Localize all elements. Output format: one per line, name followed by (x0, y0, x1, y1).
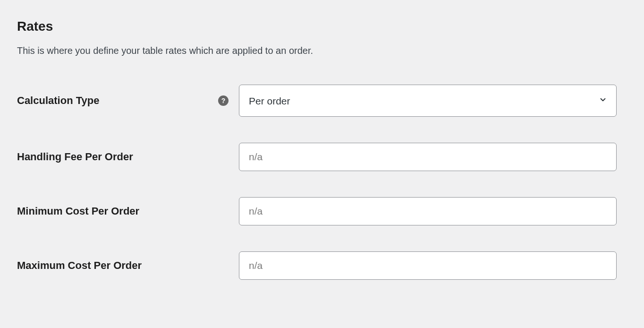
calculation-type-row: Calculation Type ? Per order (17, 85, 627, 117)
handling-fee-row: Handling Fee Per Order (17, 143, 627, 171)
section-description: This is where you define your table rate… (17, 45, 627, 56)
help-icon[interactable]: ? (218, 95, 229, 106)
handling-fee-label: Handling Fee Per Order (17, 151, 133, 163)
section-title: Rates (17, 19, 627, 34)
calculation-type-select[interactable]: Per order (239, 85, 617, 117)
max-cost-label: Maximum Cost Per Order (17, 259, 142, 272)
max-cost-row: Maximum Cost Per Order (17, 251, 627, 280)
handling-fee-input[interactable] (239, 143, 617, 171)
calculation-type-label: Calculation Type (17, 95, 99, 107)
min-cost-input[interactable] (239, 197, 617, 225)
min-cost-row: Minimum Cost Per Order (17, 197, 627, 225)
min-cost-label: Minimum Cost Per Order (17, 205, 139, 217)
max-cost-input[interactable] (239, 251, 617, 280)
